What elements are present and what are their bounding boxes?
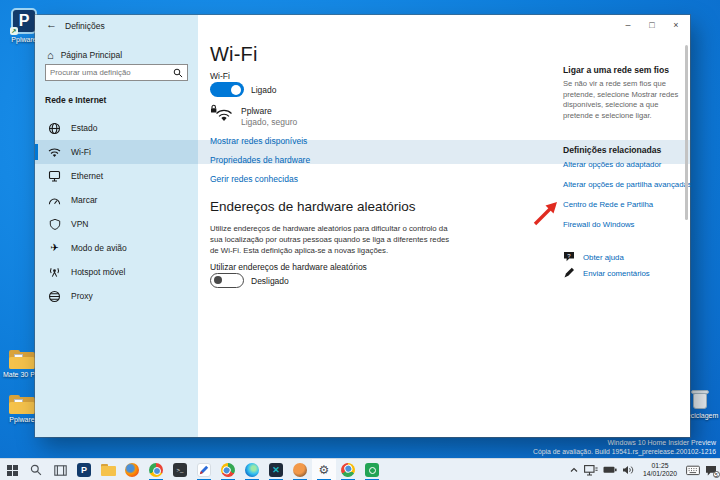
link-send-feedback[interactable]: Enviar comentários <box>583 269 650 278</box>
chrome-beta-icon <box>218 460 237 479</box>
link-show-networks[interactable]: Mostrar redes disponíveis <box>210 136 307 146</box>
shield-icon <box>48 218 61 231</box>
vscode-icon: ✕ <box>269 463 283 477</box>
taskbar-settings[interactable]: ⚙ <box>312 459 336 480</box>
send-feedback-row[interactable]: Enviar comentários <box>563 264 650 282</box>
page-title: Wi-Fi <box>210 43 258 66</box>
taskbar-firefox[interactable] <box>120 459 144 480</box>
terminal-icon: >_ <box>173 463 187 477</box>
folder-icon <box>9 395 35 414</box>
settings-search-box[interactable] <box>45 64 188 81</box>
action-center-icon[interactable]: 5 <box>705 465 717 476</box>
search-icon <box>30 464 42 476</box>
start-button[interactable] <box>0 459 24 480</box>
taskbar-mail-pen-app[interactable] <box>192 459 216 480</box>
folder-icon <box>9 350 35 369</box>
taskbar-brave[interactable] <box>288 459 312 480</box>
task-view-icon <box>54 465 67 476</box>
taskbar-chrome-canary[interactable] <box>336 459 360 480</box>
connect-help-title: Ligar a uma rede sem fios <box>563 65 669 75</box>
mail-pen-icon <box>197 463 211 477</box>
tray-clock[interactable]: 01:25 14/01/2020 <box>639 462 681 478</box>
home-icon: ⌂ <box>47 49 54 61</box>
taskbar-file-explorer[interactable] <box>96 459 120 480</box>
system-tray: 01:25 14/01/2020 5 <box>569 459 720 480</box>
network-name: Pplware <box>241 106 272 116</box>
taskbar-chrome-beta[interactable] <box>216 459 240 480</box>
taskbar-terminal[interactable]: >_ <box>168 459 192 480</box>
random-hw-toggle-label: Utilizar endereços de hardware aleatório… <box>210 262 367 272</box>
section-title-random-hw: Endereços de hardware aleatórios <box>210 199 416 214</box>
recycle-bin-icon <box>691 388 709 410</box>
tray-battery-icon[interactable] <box>603 466 617 474</box>
sidebar-item-home[interactable]: ⌂ Página Principal <box>47 49 122 61</box>
tray-touch-keyboard-icon[interactable] <box>686 465 700 476</box>
random-hw-description: Utilize endereços de hardware aleatórios… <box>210 223 450 256</box>
link-windows-firewall[interactable]: Firewall do Windows <box>563 220 635 229</box>
taskbar-vscode[interactable]: ✕ <box>264 459 288 480</box>
link-sharing-options[interactable]: Alterar opções de partilha avançadas <box>563 180 692 189</box>
related-settings-title: Definições relacionadas <box>563 145 661 155</box>
link-adapter-options[interactable]: Alterar opções do adaptador <box>563 160 661 169</box>
tray-network-icon[interactable] <box>584 465 598 476</box>
window-title: Definições <box>65 21 105 31</box>
pplware-icon: P <box>77 463 91 477</box>
shortcut-arrow-icon: ↗ <box>10 27 18 35</box>
monitor-icon <box>48 170 61 182</box>
file-explorer-icon <box>101 464 116 476</box>
link-hardware-properties[interactable]: Propriedades de hardware <box>210 155 310 165</box>
chrome-icon <box>149 463 163 477</box>
link-get-help[interactable]: Obter ajuda <box>583 253 624 262</box>
feedback-pen-icon <box>563 264 575 282</box>
search-input[interactable] <box>46 68 173 77</box>
hotspot-icon <box>48 266 61 278</box>
desktop: P↗ Pplware Mate 30 Pro Pplware Reciclage… <box>0 0 720 480</box>
watermark-line1: Windows 10 Home Insider Preview <box>533 438 716 447</box>
dial-gauge-icon <box>48 195 61 206</box>
globe-grid-icon <box>48 290 61 303</box>
taskbar-green-recorder[interactable] <box>360 459 384 480</box>
sidebar-section-label: Rede e Internet <box>45 95 106 105</box>
clock-time: 01:25 <box>639 462 681 470</box>
insider-watermark: Windows 10 Home Insider Preview Cópia de… <box>533 438 716 456</box>
taskbar-search-button[interactable] <box>24 459 48 480</box>
green-recorder-icon <box>365 463 379 477</box>
taskbar-edge[interactable] <box>240 459 264 480</box>
close-button[interactable]: × <box>664 15 688 35</box>
notification-badge: 5 <box>713 471 720 478</box>
globe-icon <box>48 122 61 135</box>
windows-logo-icon <box>7 465 18 476</box>
scrollbar[interactable] <box>685 45 688 220</box>
search-icon[interactable] <box>173 68 187 78</box>
wifi-toggle-state: Ligado <box>251 85 277 95</box>
clock-date: 14/01/2020 <box>639 470 681 478</box>
random-hw-toggle[interactable] <box>210 273 244 288</box>
taskbar-chrome[interactable] <box>144 459 168 480</box>
link-manage-networks[interactable]: Gerir redes conhecidas <box>210 174 298 184</box>
task-view-button[interactable] <box>48 459 72 480</box>
airplane-icon: ✈ <box>48 243 61 253</box>
wifi-icon <box>48 147 61 158</box>
random-hw-toggle-state: Desligado <box>251 276 289 286</box>
network-status: Ligado, seguro <box>241 117 297 127</box>
watermark-line2: Cópia de avaliação. Build 19541.rs_prere… <box>533 447 716 456</box>
sidebar-item-proxy[interactable]: Proxy <box>35 284 690 308</box>
tray-volume-icon[interactable] <box>622 465 634 475</box>
tray-chevron-up-icon[interactable] <box>569 466 579 474</box>
wifi-toggle-label: Wi-Fi <box>210 71 230 81</box>
firefox-icon <box>125 463 139 477</box>
link-network-center[interactable]: Centro de Rede e Partilha <box>563 200 653 209</box>
wifi-toggle[interactable] <box>210 82 244 97</box>
edge-icon <box>245 463 259 477</box>
pplware-logo-icon: P↗ <box>11 8 37 34</box>
home-label: Página Principal <box>61 50 122 60</box>
minimize-button[interactable]: – <box>616 15 640 35</box>
back-button[interactable]: ← <box>46 18 57 30</box>
maximize-button[interactable]: □ <box>640 15 664 35</box>
chrome-canary-icon <box>338 460 357 479</box>
settings-window: ← Definições – □ × ⌂ Página Principal Re… <box>35 15 690 437</box>
taskbar: P >_ ✕ <box>0 458 720 480</box>
connect-help-text: Se não vir a rede sem fios que pretende,… <box>563 79 689 121</box>
gear-icon: ⚙ <box>319 464 330 476</box>
taskbar-pplware-app[interactable]: P <box>72 459 96 480</box>
